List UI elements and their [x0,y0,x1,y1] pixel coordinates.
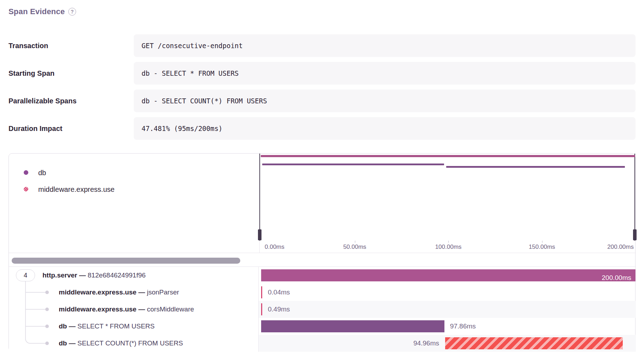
span-duration-bar [261,286,262,298]
minimap-span-bar [261,155,635,157]
span-row-name-cell: middleware.express.use — corsMiddleware [9,301,258,318]
axis-tick-label: 150.00ms [529,241,555,253]
span-row-title: middleware.express.use — corsMiddleware [59,301,194,318]
axis-tick-label: 0.00ms [265,241,284,253]
span-duration-label: 0.04ms [268,284,290,301]
span-row-bar-cell: 97.86ms [258,318,636,335]
minimap-span-bar [446,166,625,168]
legend-label: middleware.express.use [38,183,115,196]
span-op: http.server [42,271,77,279]
detail-row-duration-impact: Duration Impact47.481% (95ms/200ms) [8,117,636,140]
duration-impact-value: 47.481% (95ms/200ms) [134,117,636,140]
span-description: SELECT * FROM USERS [77,322,155,330]
span-op: middleware.express.use [59,288,137,296]
span-duration-label: 200.00ms [602,272,636,284]
span-dash: — [137,305,147,313]
span-row-bar-cell: 94.96ms [258,335,636,352]
span-duration-bar [261,320,444,332]
parallelizable-spans-value: db - SELECT COUNT(*) FROM USERS [134,90,636,112]
span-dash: — [67,339,77,347]
span-duration-label: 0.49ms [268,301,290,318]
span-row-name-cell: 4http.server — 812e684624991f96 [9,267,258,284]
span-description: corsMiddleware [147,305,194,313]
transaction-value: GET /consecutive-endpoint [134,34,636,57]
span-row-bar-cell: 0.04ms [258,284,636,301]
starting-span-label: Starting Span [8,62,54,85]
span-row-bar-cell: 0.49ms [258,301,636,318]
span-duration-label: 97.86ms [450,318,476,335]
axis-tick-label: 50.00ms [343,241,366,253]
minimap-span-bar [262,164,444,165]
duration-impact-label: Duration Impact [8,117,62,140]
span-row-name-cell: db — SELECT * FROM USERS [9,318,258,335]
span-row-title: middleware.express.use — jsonParser [59,284,179,301]
span-description: jsonParser [147,288,179,296]
span-waterfall-card: db192.82ms100%middleware.express.use0.53… [8,153,636,351]
minimap-right-handle-line[interactable] [634,154,635,241]
span-description: 812e684624991f96 [88,271,146,279]
minimap-right-handle-grip[interactable] [633,229,637,240]
transaction-label: Transaction [8,34,48,57]
span-row-title: db — SELECT COUNT(*) FROM USERS [59,335,183,352]
span-row-db-3[interactable]: db — SELECT * FROM USERS97.86ms [9,318,636,335]
span-dash: — [77,271,88,279]
span-op: db [59,322,67,330]
span-duration-label: 94.96ms [413,335,439,352]
page-title: Span Evidence [8,7,65,16]
span-row-title: db — SELECT * FROM USERS [59,318,155,335]
time-axis: 0.00ms50.00ms100.00ms150.00ms200.00ms [259,241,635,253]
minimap-left-handle-grip[interactable] [258,229,261,240]
legend-dotted-dot-icon [24,187,28,191]
parallelizable-spans-label: Parallelizable Spans [8,90,76,112]
detail-row-parallelizable-spans: Parallelizable Spansdb - SELECT COUNT(*)… [8,90,636,112]
legend-solid-dot-icon [24,170,28,175]
axis-tick-label: 100.00ms [435,241,462,253]
span-tree: 4http.server — 812e684624991f96200.00msm… [9,267,636,352]
legend-item-middleware-express-use[interactable]: middleware.express.use0.53ms0% [9,183,258,196]
panel-header: Span Evidence ? [8,7,76,16]
span-row-name-cell: middleware.express.use — jsonParser [9,284,258,301]
minimap-left-handle-line[interactable] [259,154,260,241]
span-row-http-server-0[interactable]: 4http.server — 812e684624991f96200.00ms [9,267,636,284]
legend-item-db[interactable]: db192.82ms100% [9,166,258,179]
legend-label: db [38,166,46,179]
span-duration-bar [261,303,262,315]
help-icon[interactable]: ? [68,8,76,16]
span-row-bar-cell: 200.00ms [258,267,636,284]
span-description: SELECT COUNT(*) FROM USERS [77,339,183,347]
span-duration-bar: 200.00ms [261,269,636,281]
span-evidence-panel: Span Evidence ? TransactionGET /consecut… [0,0,644,361]
span-duration-bar [445,337,623,349]
detail-row-starting-span: Starting Spandb - SELECT * FROM USERS [8,62,636,85]
span-row-db-4[interactable]: db — SELECT COUNT(*) FROM USERS94.96ms [9,335,636,352]
horizontal-scrollbar[interactable] [12,258,240,264]
span-count-toggle[interactable]: 4 [16,269,35,281]
span-row-middleware-express-use-1[interactable]: middleware.express.use — jsonParser0.04m… [9,284,636,301]
span-dash: — [137,288,147,296]
divider-axis-bottom [9,253,636,253]
span-op: db [59,339,67,347]
starting-span-value: db - SELECT * FROM USERS [134,62,636,85]
detail-row-transaction: TransactionGET /consecutive-endpoint [8,34,636,57]
span-row-title: http.server — 812e684624991f96 [42,267,146,284]
span-row-middleware-express-use-2[interactable]: middleware.express.use — corsMiddleware0… [9,301,636,318]
span-row-name-cell: db — SELECT COUNT(*) FROM USERS [9,335,258,352]
minimap [259,154,635,241]
span-op: middleware.express.use [59,305,137,313]
axis-tick-label: 200.00ms [607,241,634,253]
span-dash: — [67,322,77,330]
